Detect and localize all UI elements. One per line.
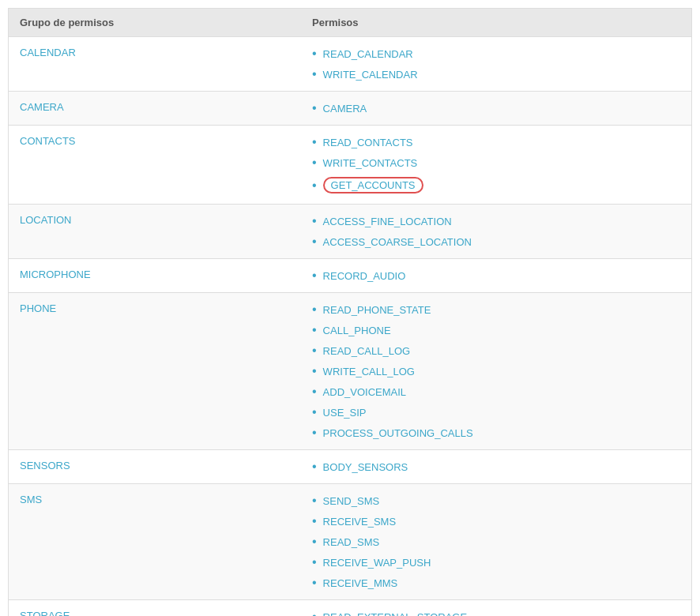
permissions-cell: READ_CONTACTSWRITE_CONTACTSGET_ACCOUNTS [301,126,691,205]
permissions-cell: BODY_SENSORS [301,450,691,484]
list-item[interactable]: CAMERA [312,98,680,118]
list-item[interactable]: READ_SMS [312,531,680,552]
list-item[interactable]: GET_ACCOUNTS [312,173,680,197]
list-item[interactable]: WRITE_CONTACTS [312,152,680,173]
permissions-cell: SEND_SMSRECEIVE_SMSREAD_SMSRECEIVE_WAP_P… [301,484,691,600]
permissions-table: Grupo de permisos Permisos CALENDARREAD_… [9,9,691,616]
list-item[interactable]: READ_CALENDAR [312,43,680,64]
list-item[interactable]: USE_SIP [312,402,680,423]
table-row: CALENDARREAD_CALENDARWRITE_CALENDAR [9,37,691,92]
list-item[interactable]: RECEIVE_SMS [312,511,680,531]
list-item[interactable]: PROCESS_OUTGOING_CALLS [312,423,680,443]
list-item[interactable]: READ_CONTACTS [312,132,680,152]
permissions-cell: READ_EXTERNAL_STORAGEWRITE_EXTERNAL_STOR… [301,600,691,617]
group-cell[interactable]: SENSORS [9,450,301,484]
list-item[interactable]: CALL_PHONE [312,320,680,340]
list-item[interactable]: RECORD_AUDIO [312,265,680,286]
list-item[interactable]: WRITE_CALL_LOG [312,361,680,381]
permissions-cell: CAMERA [301,92,691,126]
table-row: MICROPHONERECORD_AUDIO [9,259,691,293]
permissions-table-container: Grupo de permisos Permisos CALENDARREAD_… [8,8,692,616]
permissions-cell: ACCESS_FINE_LOCATIONACCESS_COARSE_LOCATI… [301,205,691,259]
permissions-cell: READ_CALENDARWRITE_CALENDAR [301,37,691,92]
list-item[interactable]: RECEIVE_MMS [312,573,680,593]
group-cell[interactable]: SMS [9,484,301,600]
list-item[interactable]: ACCESS_COARSE_LOCATION [312,231,680,252]
table-row: PHONEREAD_PHONE_STATECALL_PHONEREAD_CALL… [9,293,691,450]
list-item[interactable]: ADD_VOICEMAIL [312,381,680,402]
list-item[interactable]: SEND_SMS [312,490,680,511]
header-permissions: Permisos [301,9,691,37]
list-item[interactable]: RECEIVE_WAP_PUSH [312,552,680,573]
highlighted-permission: GET_ACCOUNTS [323,177,423,193]
table-row: STORAGEREAD_EXTERNAL_STORAGEWRITE_EXTERN… [9,600,691,617]
group-cell[interactable]: CALENDAR [9,37,301,92]
header-group: Grupo de permisos [9,9,301,37]
table-row: SENSORSBODY_SENSORS [9,450,691,484]
table-row: CAMERACAMERA [9,92,691,126]
group-cell[interactable]: MICROPHONE [9,259,301,293]
list-item[interactable]: WRITE_CALENDAR [312,64,680,85]
list-item[interactable]: ACCESS_FINE_LOCATION [312,211,680,231]
list-item[interactable]: READ_CALL_LOG [312,340,680,361]
list-item[interactable]: BODY_SENSORS [312,456,680,477]
table-row: SMSSEND_SMSRECEIVE_SMSREAD_SMSRECEIVE_WA… [9,484,691,600]
list-item[interactable]: READ_PHONE_STATE [312,299,680,320]
group-cell[interactable]: STORAGE [9,600,301,617]
list-item[interactable]: READ_EXTERNAL_STORAGE [312,607,680,616]
table-row: LOCATIONACCESS_FINE_LOCATIONACCESS_COARS… [9,205,691,259]
group-cell[interactable]: PHONE [9,293,301,450]
permissions-cell: READ_PHONE_STATECALL_PHONEREAD_CALL_LOGW… [301,293,691,450]
group-cell[interactable]: CAMERA [9,92,301,126]
table-row: CONTACTSREAD_CONTACTSWRITE_CONTACTSGET_A… [9,126,691,205]
permissions-cell: RECORD_AUDIO [301,259,691,293]
group-cell[interactable]: CONTACTS [9,126,301,205]
group-cell[interactable]: LOCATION [9,205,301,259]
